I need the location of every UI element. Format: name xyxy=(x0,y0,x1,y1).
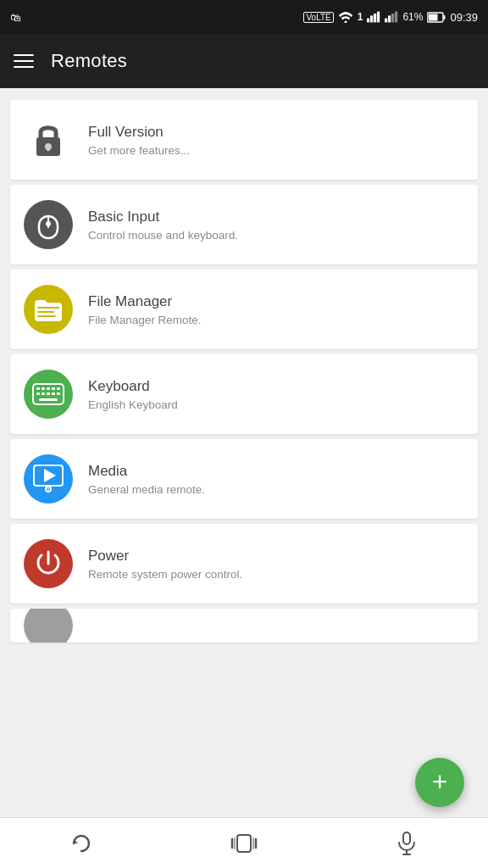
status-bar-left: 🛍 xyxy=(10,11,21,24)
svg-rect-10 xyxy=(444,15,446,19)
media-icon-wrap xyxy=(24,454,73,504)
basic-input-subtitle: Control mouse and keyboard. xyxy=(88,229,464,242)
svg-rect-4 xyxy=(377,12,380,23)
list-item[interactable]: Basic Input Control mouse and keyboard. xyxy=(10,185,478,264)
power-text: Power Remote system power control. xyxy=(88,548,464,581)
phone-vibrate-button[interactable] xyxy=(219,818,269,869)
refresh-icon xyxy=(70,832,92,854)
bottom-navigation xyxy=(0,817,488,868)
svg-rect-31 xyxy=(57,392,60,395)
file-manager-text: File Manager File Manager Remote. xyxy=(88,293,464,326)
folder-icon xyxy=(33,297,64,322)
list-item[interactable]: Full Version Get more features... xyxy=(10,100,478,180)
svg-rect-20 xyxy=(37,315,56,317)
keyboard-icon xyxy=(32,383,64,405)
full-version-subtitle: Get more features... xyxy=(88,144,464,157)
svg-rect-11 xyxy=(429,14,438,20)
svg-rect-24 xyxy=(47,387,50,390)
refresh-button[interactable] xyxy=(56,818,107,869)
status-icons: VoLTE 1 61% 09:39 xyxy=(303,11,478,24)
svg-rect-8 xyxy=(395,12,397,23)
svg-point-0 xyxy=(344,21,347,24)
svg-rect-7 xyxy=(391,14,394,22)
media-title: Media xyxy=(88,463,464,480)
full-version-text: Full Version Get more features... xyxy=(88,124,464,157)
svg-rect-26 xyxy=(57,387,60,390)
basic-input-icon-wrap xyxy=(24,200,73,249)
list-item[interactable]: Media General media remote. xyxy=(10,439,478,519)
lock-icon xyxy=(33,121,64,159)
svg-rect-6 xyxy=(388,15,391,22)
media-text: Media General media remote. xyxy=(88,463,464,496)
signal-bars-2 xyxy=(385,11,398,23)
list-item[interactable]: Keyboard English Keyboard xyxy=(10,354,478,434)
signal-bars-1 xyxy=(367,11,380,23)
unknown-icon-wrap xyxy=(24,609,73,643)
file-manager-title: File Manager xyxy=(88,293,464,310)
app-bar: Remotes xyxy=(0,34,488,88)
basic-input-text: Basic Input Control mouse and keyboard. xyxy=(88,209,464,242)
svg-rect-3 xyxy=(374,14,376,22)
basic-input-title: Basic Input xyxy=(88,209,464,225)
svg-point-36 xyxy=(47,488,49,490)
unknown-text xyxy=(88,624,464,627)
svg-rect-29 xyxy=(47,392,50,395)
svg-rect-2 xyxy=(370,15,373,22)
svg-rect-1 xyxy=(367,19,369,23)
status-bar: 🛍 VoLTE 1 61% 09:39 xyxy=(0,0,488,34)
phone-vibrate-icon xyxy=(230,832,258,854)
full-version-title: Full Version xyxy=(88,124,464,141)
microphone-icon xyxy=(397,832,416,855)
svg-rect-28 xyxy=(42,392,45,395)
wifi-icon xyxy=(338,11,353,23)
battery-percent: 61% xyxy=(402,11,423,23)
svg-rect-22 xyxy=(36,387,40,390)
volte-indicator: VoLTE xyxy=(303,12,333,23)
power-title: Power xyxy=(88,548,464,565)
svg-rect-25 xyxy=(52,387,55,390)
keyboard-text: Keyboard English Keyboard xyxy=(88,378,464,411)
battery-icon xyxy=(427,12,446,23)
keyboard-title: Keyboard xyxy=(88,378,464,395)
power-subtitle: Remote system power control. xyxy=(88,568,464,581)
svg-rect-19 xyxy=(37,311,54,313)
notification-num: 1 xyxy=(358,11,363,23)
keyboard-icon-wrap xyxy=(24,370,73,419)
wallet-icon: 🛍 xyxy=(10,11,21,24)
keyboard-subtitle: English Keyboard xyxy=(88,398,464,411)
svg-rect-38 xyxy=(237,835,251,852)
svg-rect-23 xyxy=(42,387,45,390)
power-icon-wrap xyxy=(24,539,73,588)
svg-point-17 xyxy=(46,221,51,226)
microphone-button[interactable] xyxy=(381,818,432,869)
clock: 09:39 xyxy=(450,11,478,24)
mouse-icon xyxy=(36,209,60,240)
hamburger-menu-button[interactable] xyxy=(14,54,34,68)
list-item[interactable]: Power Remote system power control. xyxy=(10,524,478,604)
list-item[interactable]: File Manager File Manager Remote. xyxy=(10,270,478,349)
svg-rect-32 xyxy=(39,398,58,401)
svg-rect-30 xyxy=(52,392,55,395)
svg-rect-27 xyxy=(36,392,40,395)
list-item[interactable] xyxy=(10,609,478,643)
svg-rect-5 xyxy=(385,19,387,23)
media-subtitle: General media remote. xyxy=(88,483,464,496)
media-icon xyxy=(32,464,64,494)
full-version-icon-wrap xyxy=(24,115,73,164)
file-manager-icon-wrap xyxy=(24,285,73,334)
add-icon: + xyxy=(432,768,448,795)
power-icon xyxy=(33,548,64,579)
svg-rect-14 xyxy=(47,147,50,151)
add-remote-button[interactable]: + xyxy=(415,758,464,807)
svg-rect-43 xyxy=(403,832,410,844)
svg-rect-18 xyxy=(37,307,59,309)
file-manager-subtitle: File Manager Remote. xyxy=(88,314,464,326)
svg-marker-34 xyxy=(44,469,56,482)
page-title: Remotes xyxy=(51,50,127,72)
remote-list: Full Version Get more features... Basic … xyxy=(0,88,488,717)
